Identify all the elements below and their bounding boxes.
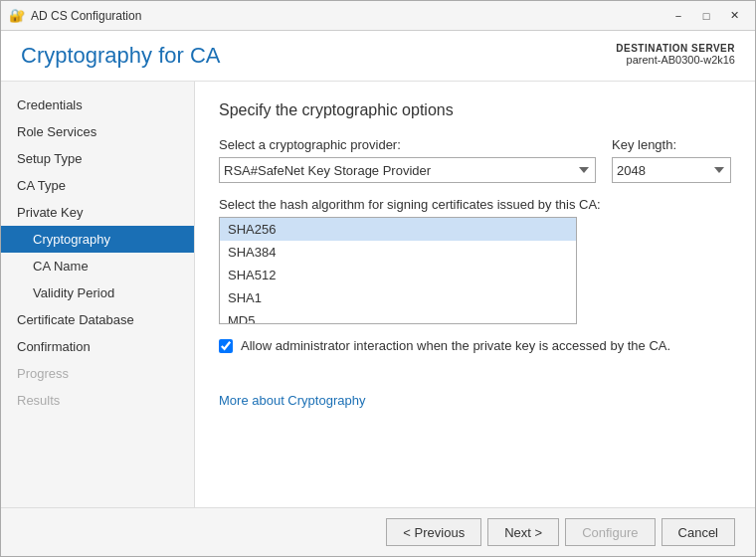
sidebar-item-ca-type[interactable]: CA Type: [1, 172, 194, 199]
close-button[interactable]: ✕: [721, 6, 747, 26]
window-controls: − □ ✕: [665, 6, 747, 26]
key-length-label: Key length:: [612, 137, 731, 152]
configure-button[interactable]: Configure: [565, 518, 655, 546]
main-window: 🔐 AD CS Configuration − □ ✕ Cryptography…: [0, 0, 756, 557]
key-length-select[interactable]: 102420484096: [612, 157, 731, 183]
hash-section: Select the hash algorithm for signing ce…: [219, 197, 731, 324]
provider-key-row: Select a cryptographic provider: RSA#Saf…: [219, 137, 731, 183]
provider-select[interactable]: RSA#SafeNet Key Storage ProviderRSA#Micr…: [219, 157, 596, 183]
sidebar-item-certificate-database[interactable]: Certificate Database: [1, 306, 194, 333]
hash-item-sha1[interactable]: SHA1: [220, 286, 576, 309]
hash-item-sha512[interactable]: SHA512: [220, 264, 576, 286]
sidebar-item-validity-period[interactable]: Validity Period: [1, 279, 194, 306]
key-length-section: Key length: 102420484096: [612, 137, 731, 183]
checkbox-row: Allow administrator interaction when the…: [219, 338, 731, 353]
more-link[interactable]: More about Cryptography: [219, 393, 365, 408]
checkbox-label: Allow administrator interaction when the…: [241, 338, 670, 353]
maximize-button[interactable]: □: [693, 6, 719, 26]
sidebar-item-private-key[interactable]: Private Key: [1, 199, 194, 226]
sidebar-item-confirmation[interactable]: Confirmation: [1, 333, 194, 360]
hash-label: Select the hash algorithm for signing ce…: [219, 197, 731, 212]
sidebar-item-credentials[interactable]: Credentials: [1, 92, 194, 118]
sidebar-item-cryptography[interactable]: Cryptography: [1, 226, 194, 253]
sidebar-item-results: Results: [1, 387, 194, 414]
provider-section: Select a cryptographic provider: RSA#Saf…: [219, 137, 596, 183]
dest-server-name: parent-AB0300-w2k16: [616, 54, 735, 66]
app-icon: 🔐: [9, 8, 25, 24]
provider-label: Select a cryptographic provider:: [219, 137, 596, 152]
main-section-title: Specify the cryptographic options: [219, 101, 731, 119]
minimize-button[interactable]: −: [665, 6, 691, 26]
previous-button[interactable]: < Previous: [386, 518, 481, 546]
sidebar-item-ca-name[interactable]: CA Name: [1, 253, 194, 279]
hash-item-sha256[interactable]: SHA256: [220, 218, 576, 241]
content-area: CredentialsRole ServicesSetup TypeCA Typ…: [1, 82, 755, 507]
sidebar: CredentialsRole ServicesSetup TypeCA Typ…: [1, 82, 195, 507]
cancel-button[interactable]: Cancel: [662, 518, 735, 546]
window-title: AD CS Configuration: [31, 9, 665, 23]
title-bar: 🔐 AD CS Configuration − □ ✕: [1, 1, 755, 31]
page-title: Cryptography for CA: [21, 43, 221, 69]
hash-item-md5[interactable]: MD5: [220, 309, 576, 324]
hash-item-sha384[interactable]: SHA384: [220, 241, 576, 264]
next-button[interactable]: Next >: [487, 518, 559, 546]
hash-listbox[interactable]: SHA256SHA384SHA512SHA1MD5: [219, 217, 577, 324]
dest-server-label: DESTINATION SERVER: [616, 43, 735, 54]
footer: < Previous Next > Configure Cancel: [1, 507, 755, 556]
sidebar-item-role-services[interactable]: Role Services: [1, 118, 194, 145]
main-panel: Specify the cryptographic options Select…: [195, 82, 755, 507]
admin-interaction-checkbox[interactable]: [219, 339, 233, 353]
sidebar-item-progress: Progress: [1, 360, 194, 387]
destination-server: DESTINATION SERVER parent-AB0300-w2k16: [616, 43, 735, 66]
header-bar: Cryptography for CA DESTINATION SERVER p…: [1, 31, 755, 82]
sidebar-item-setup-type[interactable]: Setup Type: [1, 145, 194, 172]
